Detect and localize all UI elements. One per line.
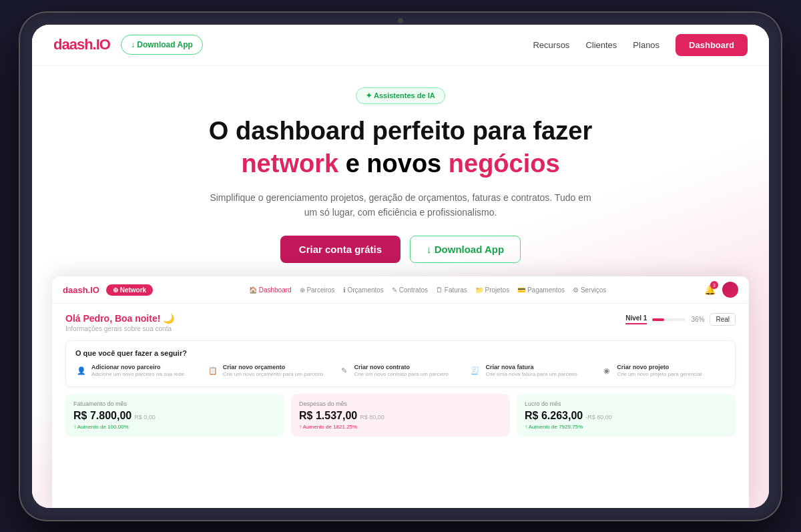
app-logo-before: daash. [63,285,90,295]
nav-download-button[interactable]: ↓ Download App [121,35,203,55]
app-nav-projetos[interactable]: 📁 Projetos [475,286,509,294]
hero-title-line1: O dashboard perfeito para fazer [209,116,592,147]
action-card-parceiro[interactable]: 👤 Adicionar novo parceiro Adicione um no… [75,364,200,378]
despesas-value: R$ 1.537,00 R$ 80,00 [299,410,502,422]
hero-section: ✦ Assistentes de IA O dashboard perfeito… [32,66,769,277]
progress-fill [652,318,664,321]
avatar[interactable] [722,282,738,298]
new-contract-title: Criar novo contrato [354,364,449,370]
lucro-amount: R$ 6.263,00 [525,410,583,422]
new-invoice-text: Criar nova fatura Crie uma nova fatura p… [485,364,577,378]
action-cards: 👤 Adicionar novo parceiro Adicione um no… [75,364,726,378]
app-logo: daash.IO [63,285,99,295]
hero-subtitle: Simplifique o gerenciamento projetos, ge… [207,190,594,220]
app-nav-orcamentos[interactable]: ℹ Orçamentos [343,286,384,294]
lucro-growth: ↑ Aumento de 7929.75% [525,424,728,430]
new-quote-text: Criar novo orçamento Crie um novo orçame… [223,364,323,378]
new-invoice-icon: 🧾 [469,364,481,376]
action-section: O que você quer fazer a seguir? 👤 Adicio… [65,340,736,386]
hero-negocios: negócios [449,150,560,178]
welcome-sub: Informações gerais sobre sua conta [65,325,174,332]
stat-card-faturamento: Fatuamento do mês R$ 7.800,00 R$ 0,00 ↑ … [65,394,284,437]
add-partner-text: Adicionar novo parceiro Adicione um novo… [91,364,184,378]
logo-accent: IO [96,36,110,53]
nav-link-planos[interactable]: Planos [633,40,659,50]
new-invoice-title: Criar nova fatura [485,364,577,370]
level-percent: 36% [691,316,704,323]
app-logo-after: IO [90,285,99,295]
action-card-orcamento[interactable]: 📋 Criar novo orçamento Crie um novo orça… [207,364,332,378]
welcome-prefix: Olá Pedro, [65,313,115,324]
level-row: Nível 1 36% Real [625,313,736,326]
welcome-text-block: Olá Pedro, Boa noite! 🌙 Informações gera… [65,313,174,332]
faturamento-value: R$ 7.800,00 R$ 0,00 [73,410,276,422]
network-badge[interactable]: ⊕ Network [106,284,153,296]
navbar: daash.IO ↓ Download App Recursos Cliente… [32,25,769,66]
camera-dot [398,18,403,23]
lucro-value: R$ 6.263,00 -R$ 80,00 [525,410,728,422]
despesas-growth: ↑ Aumento de 1821.25% [299,424,502,430]
progress-bar [652,318,686,321]
action-card-fatura[interactable]: 🧾 Criar nova fatura Crie uma nova fatura… [469,364,594,378]
action-card-projeto[interactable]: ◉ Criar novo projeto Crie um novo projet… [601,364,726,378]
welcome-highlight: Boa noite! 🌙 [115,313,174,324]
hero-network: network [241,150,338,178]
despesas-amount: R$ 1.537,00 [299,410,357,422]
bell-badge: 3 [710,281,718,289]
tablet-screen: daash.IO ↓ Download App Recursos Cliente… [32,25,769,508]
dashboard-button[interactable]: Dashboard [676,34,748,56]
screen-content: daash.IO ↓ Download App Recursos Cliente… [32,25,769,508]
navbar-left: daash.IO ↓ Download App [53,35,203,55]
new-contract-text: Criar novo contrato Crie um novo contrat… [354,364,449,378]
despesas-small: R$ 80,00 [360,414,384,421]
welcome-row: Olá Pedro, Boa noite! 🌙 Informações gera… [65,313,736,332]
stat-card-despesas: Despesas do mês R$ 1.537,00 R$ 80,00 ↑ A… [291,394,510,437]
create-account-button[interactable]: Criar conta grátis [280,236,400,263]
stat-card-lucro: Lucro do mês R$ 6.263,00 -R$ 80,00 ↑ Aum… [517,394,736,437]
new-project-desc: Crie um novo projeto para gerenciar [617,370,702,378]
hero-buttons: Criar conta grátis ↓ Download App [280,236,521,263]
faturamento-label: Fatuamento do mês [73,401,276,407]
app-navbar: daash.IO ⊕ Network 🏠 Dashboard ⊕ Parceir… [52,276,749,304]
app-nav-pagamentos[interactable]: 💳 Pagamentos [517,286,565,294]
despesas-label: Despesas do mês [299,401,502,407]
level-badge: Nível 1 [625,314,647,324]
bell-icon[interactable]: 🔔 3 [702,282,717,297]
tablet-frame: daash.IO ↓ Download App Recursos Cliente… [20,13,781,520]
app-nav-links: 🏠 Dashboard ⊕ Parceiros ℹ Orçamentos ✎ C… [160,286,696,294]
action-card-contrato[interactable]: ✎ Criar novo contrato Crie um novo contr… [338,364,463,378]
action-title: O que você quer fazer a seguir? [75,349,726,357]
new-quote-title: Criar novo orçamento [223,364,323,370]
new-project-text: Criar novo projeto Crie um novo projeto … [617,364,702,378]
faturamento-growth: ↑ Aumento de 100.00% [73,424,276,430]
app-nav-dashboard[interactable]: 🏠 Dashboard [249,286,292,294]
welcome-text: Olá Pedro, Boa noite! 🌙 [65,313,174,324]
app-nav-right: 🔔 3 [702,282,738,298]
hero-title-line2: network e novos negócios [241,149,559,180]
new-invoice-desc: Crie uma nova fatura para um parceiro [485,370,577,378]
faturamento-amount: R$ 7.800,00 [73,410,131,422]
logo: daash.IO [53,36,110,53]
app-nav-faturas[interactable]: 🗒 Faturas [436,286,467,294]
stats-row: Fatuamento do mês R$ 7.800,00 R$ 0,00 ↑ … [65,394,736,437]
app-content: Olá Pedro, Boa noite! 🌙 Informações gera… [52,304,749,507]
app-nav-contratos[interactable]: ✎ Contratos [392,286,428,294]
app-nav-servicos[interactable]: ⚙ Serviços [573,286,606,294]
real-badge: Real [710,313,736,326]
nav-link-recursos[interactable]: Recursos [533,40,569,50]
app-preview: daash.IO ⊕ Network 🏠 Dashboard ⊕ Parceir… [52,276,749,507]
nav-link-clientes[interactable]: Clientes [585,40,617,50]
lucro-label: Lucro do mês [525,401,728,407]
add-partner-desc: Adicione um novo parceiro na sua rede [91,370,184,378]
lucro-small: -R$ 80,00 [585,414,612,421]
faturamento-small: R$ 0,00 [134,414,156,421]
add-partner-title: Adicionar novo parceiro [91,364,184,370]
add-partner-icon: 👤 [75,364,87,376]
new-quote-desc: Crie um novo orçamento para um parceiro [223,370,323,378]
download-app-button[interactable]: ↓ Download App [410,236,521,263]
new-contract-desc: Crie um novo contrato para um parceiro [354,370,449,378]
new-quote-icon: 📋 [207,364,219,376]
logo-text-before: daash. [53,36,96,53]
new-project-title: Criar novo projeto [617,364,702,370]
app-nav-parceiros[interactable]: ⊕ Parceiros [300,286,335,294]
